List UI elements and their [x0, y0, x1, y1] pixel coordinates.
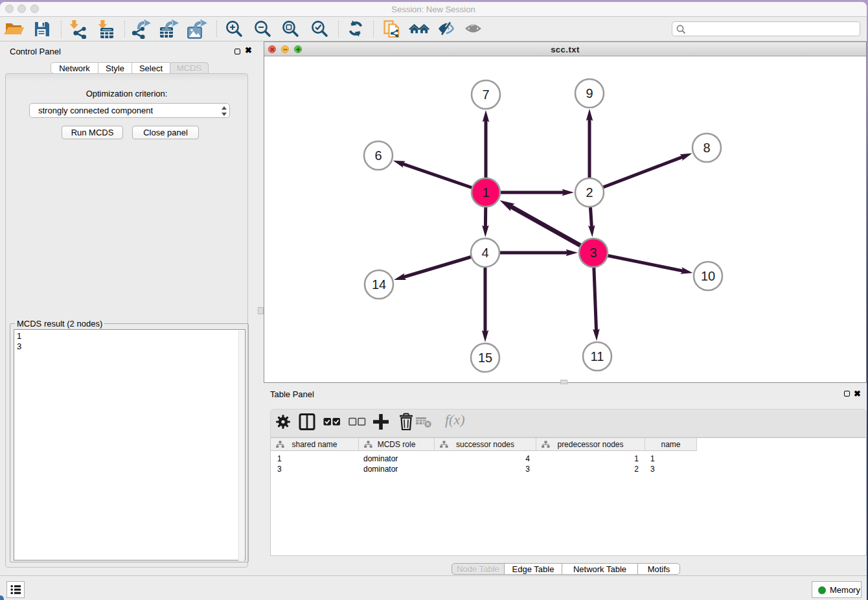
svg-text:1: 1 — [482, 185, 489, 200]
svg-text:7: 7 — [482, 87, 489, 102]
svg-text:3: 3 — [589, 246, 597, 260]
svg-text:11: 11 — [591, 349, 604, 363]
svg-text:6: 6 — [374, 148, 382, 163]
svg-text:9: 9 — [586, 86, 593, 100]
svg-text:15: 15 — [478, 351, 492, 365]
svg-text:14: 14 — [372, 277, 386, 292]
svg-text:10: 10 — [701, 269, 715, 283]
svg-text:8: 8 — [703, 141, 710, 155]
svg-text:2: 2 — [586, 185, 593, 200]
svg-text:4: 4 — [481, 246, 488, 260]
